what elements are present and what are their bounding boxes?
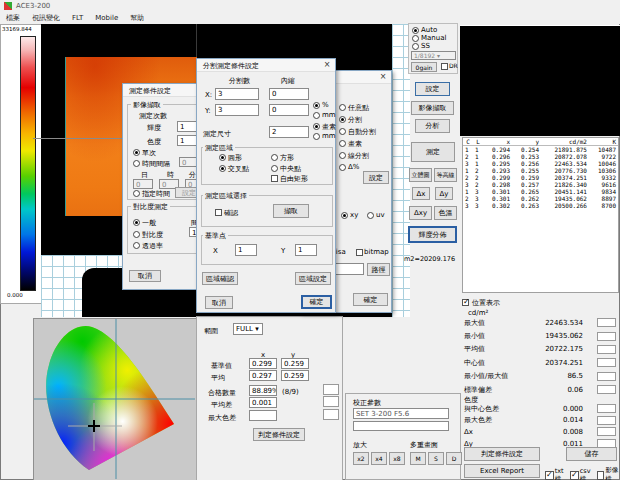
method-option-radio[interactable] — [339, 116, 346, 123]
base-x-field[interactable]: 1 — [235, 244, 257, 256]
graph3d-button[interactable]: 立體圖 — [409, 168, 432, 182]
table-cell: 1 — [473, 146, 483, 154]
y-inset-field[interactable]: 0 — [269, 104, 309, 116]
split-ok-button[interactable]: 確定 — [301, 295, 332, 309]
trans-radio[interactable] — [133, 242, 140, 249]
menu-video-change[interactable]: 視訊變化 — [26, 12, 66, 24]
measure-button[interactable]: 測定 — [411, 142, 455, 162]
method-set-button[interactable]: 設定 — [363, 171, 389, 184]
menu-flt[interactable]: FLT — [66, 13, 89, 23]
file-checkbox[interactable]: ✓ — [570, 471, 579, 480]
table-header-row: CLxycd/m2K — [463, 138, 618, 146]
split-cancel-button[interactable]: 取消 — [205, 296, 233, 309]
file-checkbox[interactable]: ✓ — [545, 471, 554, 480]
delta-y-button[interactable]: Δy — [435, 187, 453, 200]
measurement-table-panel[interactable]: CLxycd/m2K110.2940.25421891.87510487210.… — [462, 137, 619, 293]
excel-report-button[interactable]: Excel Report — [464, 464, 540, 478]
middle-judge-condition-button[interactable]: 判定條件設定 — [253, 428, 305, 441]
bitmap-checkbox[interactable] — [356, 249, 363, 256]
size-field[interactable]: 2 — [269, 126, 309, 138]
x-div-field[interactable]: 3 — [215, 88, 259, 100]
square-radio[interactable] — [271, 154, 278, 161]
method-option-radio[interactable] — [339, 152, 346, 159]
method-option-radio[interactable] — [339, 104, 346, 111]
zoom-x2-button[interactable]: x2 — [353, 452, 369, 465]
base-y-field[interactable]: 1 — [295, 244, 317, 256]
zoom-x4-button[interactable]: x4 — [371, 452, 387, 465]
range-dropdown[interactable]: FULL ▾ — [233, 323, 263, 335]
measure-dialog-cancel-button[interactable]: 取消 — [129, 270, 161, 282]
split-dialog-close-icon[interactable]: × — [321, 60, 333, 70]
method-option-radio[interactable] — [339, 128, 346, 135]
uv-radio[interactable] — [367, 212, 374, 219]
chroma-stat-label: 與中心色差 — [464, 404, 525, 414]
file-checkbox[interactable] — [597, 471, 605, 480]
interval-radio[interactable] — [133, 160, 140, 167]
ref-x-field[interactable]: 0.299 — [249, 358, 277, 369]
x-inset-field[interactable]: 0 — [269, 88, 309, 100]
multi-M-button[interactable]: M — [410, 452, 426, 465]
contrast-radio[interactable] — [133, 231, 140, 238]
menu-help[interactable]: 幫助 — [124, 12, 150, 24]
menu-file[interactable]: 檔案 — [0, 12, 26, 24]
freerect-checkbox[interactable] — [271, 175, 278, 182]
pixel-label: 畫素 — [322, 122, 336, 132]
method-dialog-close-icon[interactable]: × — [377, 72, 389, 82]
method-ok-button[interactable]: 確定 — [353, 293, 388, 306]
window-titlebar[interactable]: ACE3-200 — [0, 0, 620, 12]
delta-xy-button[interactable]: Δxy — [409, 206, 432, 220]
settings-button[interactable]: 設定 — [415, 82, 450, 96]
method-option-radio[interactable] — [339, 164, 346, 171]
single-radio[interactable] — [133, 149, 140, 156]
delta-x-button[interactable]: Δx — [412, 187, 430, 200]
cross-radio[interactable] — [219, 165, 226, 172]
secondary-image-view[interactable] — [460, 25, 620, 136]
mm-radio[interactable] — [313, 112, 320, 119]
size-label: 測定尺寸 — [203, 129, 231, 139]
spec-time-radio[interactable] — [133, 190, 140, 197]
circle-radio[interactable] — [219, 154, 226, 161]
lum-stat-row: 最小值19435.062 — [464, 329, 616, 342]
range-label: 範圍 — [204, 326, 218, 336]
dr-checkbox[interactable] — [441, 63, 448, 70]
analyze-button[interactable]: 分析 — [415, 119, 450, 133]
judge-condition-button[interactable]: 判定條件設定 — [464, 447, 540, 461]
ref-y-field[interactable]: 0.259 — [281, 358, 309, 369]
colortemp-button[interactable]: 色溫 — [434, 206, 457, 220]
area-confirm-button[interactable]: 區域確認 — [202, 272, 238, 285]
lum-stat-label: 最小值/最大值 — [464, 371, 525, 381]
pixel-radio[interactable] — [313, 123, 320, 130]
position-display-checkbox[interactable] — [462, 299, 469, 306]
mm2-radio[interactable] — [313, 133, 320, 140]
contour-button[interactable]: 等高線 — [434, 168, 457, 182]
capture-button[interactable]: 影像擷取 — [411, 101, 454, 115]
manual-radio[interactable] — [412, 35, 419, 42]
shutter-dropdown[interactable]: 1/8192 ▾ — [411, 51, 456, 60]
auto-radio[interactable] — [412, 27, 419, 34]
luminance-dist-button[interactable]: 輝度分佈 — [408, 226, 457, 243]
image-grid-vline — [196, 24, 197, 57]
path-button[interactable]: 路徑 — [367, 263, 390, 276]
base-x-label: X — [213, 247, 218, 255]
split-dialog-titlebar[interactable]: 分割測定條件設定 — [197, 59, 335, 72]
confirm-checkbox[interactable] — [215, 209, 222, 216]
cie-diagram-panel[interactable] — [33, 318, 198, 480]
center-radio[interactable] — [271, 165, 278, 172]
multi-D-button[interactable]: D — [446, 452, 462, 465]
pct-radio[interactable] — [313, 102, 320, 109]
menu-mobile[interactable]: Mobile — [89, 13, 124, 23]
gain-button[interactable]: 0gain — [411, 62, 437, 72]
save-button[interactable]: 儲存 — [566, 447, 617, 461]
y-div-field[interactable]: 3 — [215, 104, 259, 116]
circle-label: 圓形 — [228, 153, 242, 163]
xy-radio[interactable] — [341, 212, 348, 219]
multi-S-button[interactable]: S — [428, 452, 444, 465]
method-option-radio[interactable] — [339, 140, 346, 147]
contrast-label: 對比度 — [142, 230, 163, 240]
general-radio[interactable] — [133, 219, 140, 226]
ss-radio[interactable] — [412, 43, 419, 50]
zoom-x8-button[interactable]: x8 — [389, 452, 405, 465]
table-cell: 1 — [473, 153, 483, 160]
area-set-button[interactable]: 區域設定 — [295, 272, 331, 285]
capture-area-button[interactable]: 擷取 — [273, 204, 309, 218]
